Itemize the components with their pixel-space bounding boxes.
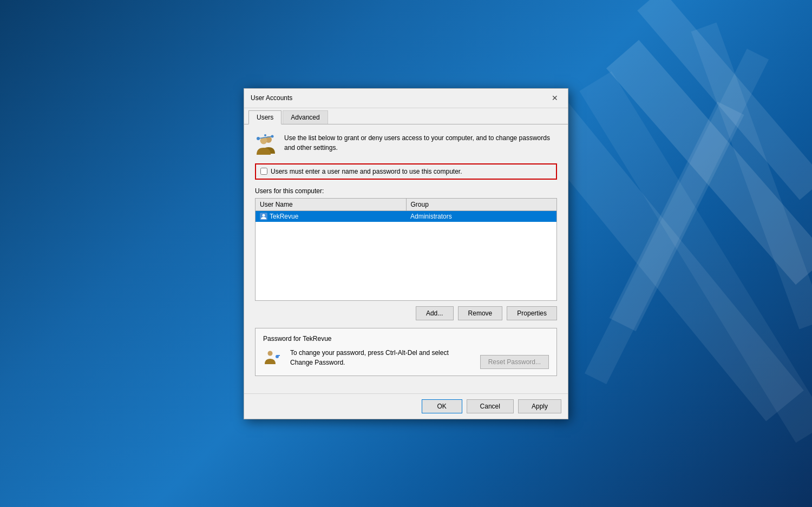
title-bar-controls: ✕ — [548, 93, 561, 103]
must-enter-password-label: Users must enter a user name and passwor… — [271, 168, 462, 175]
cancel-button[interactable]: Cancel — [467, 399, 514, 413]
svg-point-13 — [263, 214, 265, 216]
column-header-group: Group — [407, 199, 557, 210]
svg-point-14 — [268, 351, 273, 355]
dialog-footer: OK Cancel Apply — [244, 393, 568, 419]
must-enter-password-row[interactable]: Users must enter a user name and passwor… — [255, 163, 557, 180]
user-cell-group: Administrators — [406, 211, 556, 222]
user-row-icon — [260, 213, 267, 220]
header-text: Use the list below to grant or deny user… — [284, 133, 557, 153]
action-buttons: Add... Remove Properties — [255, 306, 557, 320]
ok-button[interactable]: OK — [422, 399, 462, 413]
password-section: Password for TekRevue To change your pas… — [255, 328, 557, 376]
properties-button[interactable]: Properties — [507, 306, 557, 320]
dialog-overlay: User Accounts ✕ Users Advanced — [0, 0, 812, 507]
apply-button[interactable]: Apply — [518, 399, 561, 413]
remove-button[interactable]: Remove — [458, 306, 503, 320]
password-text: To change your password, press Ctrl-Alt-… — [290, 348, 473, 367]
title-bar: User Accounts ✕ — [244, 89, 568, 108]
user-row-tekrevue[interactable]: TekRevue Administrators — [256, 211, 556, 222]
svg-rect-16 — [277, 355, 280, 356]
users-list: User Name Group TekRevue — [255, 198, 557, 301]
must-enter-password-checkbox[interactable] — [260, 168, 267, 175]
dialog-title: User Accounts — [251, 94, 292, 102]
header-section: Use the list below to grant or deny user… — [255, 133, 557, 155]
user-accounts-dialog: User Accounts ✕ Users Advanced — [244, 88, 568, 419]
column-header-username: User Name — [256, 199, 407, 210]
users-icon — [255, 133, 277, 155]
password-inner: To change your password, press Ctrl-Alt-… — [263, 348, 549, 369]
dialog-content: Use the list below to grant or deny user… — [244, 124, 568, 393]
password-section-title: Password for TekRevue — [263, 335, 549, 343]
list-header: User Name Group — [256, 199, 556, 211]
reset-password-button[interactable]: Reset Password... — [480, 355, 549, 369]
users-section-label: Users for this computer: — [255, 187, 557, 195]
add-button[interactable]: Add... — [416, 306, 454, 320]
tab-bar: Users Advanced — [244, 108, 568, 124]
tab-users[interactable]: Users — [248, 110, 281, 124]
user-cell-name: TekRevue — [256, 211, 406, 222]
svg-point-12 — [264, 134, 266, 136]
key-icon — [263, 348, 283, 369]
close-button[interactable]: ✕ — [548, 93, 561, 103]
tab-advanced[interactable]: Advanced — [283, 110, 328, 124]
